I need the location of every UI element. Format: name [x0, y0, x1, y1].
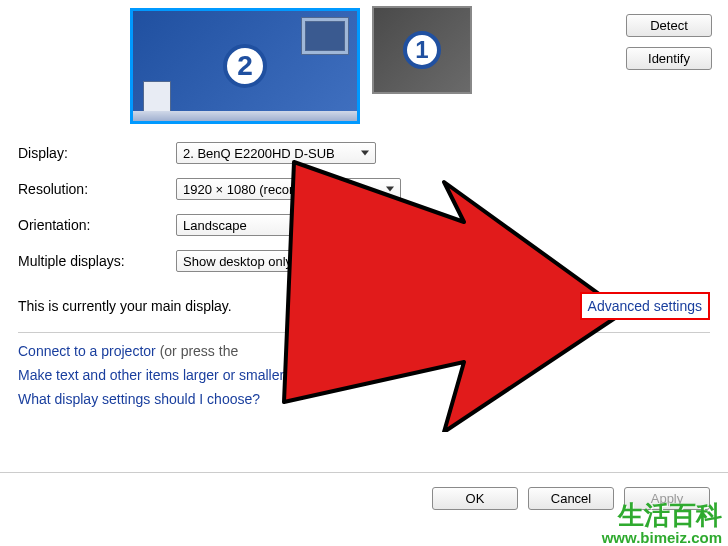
orientation-dropdown[interactable]: Landscape	[176, 214, 326, 236]
multiple-displays-label: Multiple displays:	[18, 253, 176, 269]
connect-projector-link[interactable]: Connect to a projector	[18, 343, 156, 359]
display-label: Display:	[18, 145, 176, 161]
mini-window-icon	[143, 81, 171, 115]
orientation-label: Orientation:	[18, 217, 176, 233]
mini-taskbar-icon	[133, 111, 357, 121]
multiple-displays-dropdown[interactable]: Show desktop only on 2	[176, 250, 386, 272]
settings-form: Display: 2. BenQ E2200HD D-SUB Resolutio…	[0, 130, 728, 290]
help-link[interactable]: What display settings should I choose?	[18, 391, 260, 407]
cancel-button[interactable]: Cancel	[528, 487, 614, 510]
monitor-number-badge: 1	[403, 31, 441, 69]
display-dropdown[interactable]: 2. BenQ E2200HD D-SUB	[176, 142, 376, 164]
identify-button[interactable]: Identify	[626, 47, 712, 70]
separator	[18, 332, 710, 333]
resolution-value: 1920 × 1080 (recommended)	[183, 182, 351, 197]
orientation-value: Landscape	[183, 218, 247, 233]
detect-button[interactable]: Detect	[626, 14, 712, 37]
ease-of-access-link[interactable]: Make text and other items larger or smal…	[18, 367, 284, 383]
monitor-preview-1[interactable]: 1	[372, 6, 472, 94]
multiple-displays-value: Show desktop only on 2	[183, 254, 321, 269]
resolution-dropdown[interactable]: 1920 × 1080 (recommended)	[176, 178, 401, 200]
main-display-note: This is currently your main display.	[18, 298, 232, 314]
monitor-preview-area: 2 1 Detect Identify	[0, 0, 728, 130]
advanced-settings-link[interactable]: Advanced settings	[580, 292, 710, 320]
dialog-button-bar: OK Cancel Apply	[0, 472, 728, 524]
monitor-number-badge: 2	[223, 44, 267, 88]
apply-button[interactable]: Apply	[624, 487, 710, 510]
display-value: 2. BenQ E2200HD D-SUB	[183, 146, 335, 161]
chevron-down-icon	[386, 187, 394, 192]
chevron-down-icon	[361, 151, 369, 156]
chevron-down-icon	[311, 223, 319, 228]
watermark-url: www.bimeiz.com	[602, 530, 722, 547]
projector-hint-text: (or press the	[156, 343, 238, 359]
ok-button[interactable]: OK	[432, 487, 518, 510]
mini-window-icon	[305, 21, 345, 51]
chevron-down-icon	[371, 259, 379, 264]
monitor-preview-2[interactable]: 2	[130, 8, 360, 124]
resolution-label: Resolution:	[18, 181, 176, 197]
